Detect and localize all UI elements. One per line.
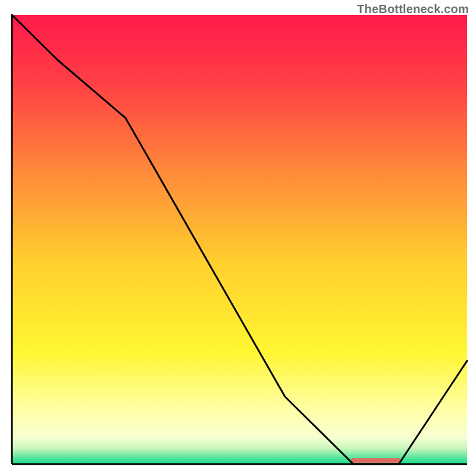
plot-background <box>12 15 467 464</box>
watermark-text: TheBottleneck.com <box>357 2 469 16</box>
chart-svg <box>0 0 476 476</box>
chart-container: TheBottleneck.com <box>0 0 476 476</box>
